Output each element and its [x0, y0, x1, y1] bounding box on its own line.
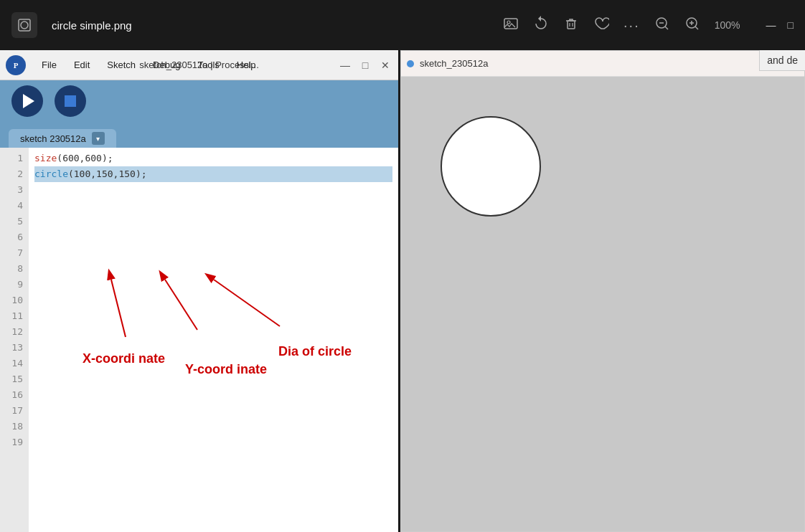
- code-line-4: [34, 198, 392, 214]
- code-line-1: size(600,600);: [34, 151, 392, 166]
- ide-minimize-button[interactable]: —: [338, 58, 352, 72]
- run-button[interactable]: [11, 85, 43, 117]
- preview-window: sketch_230512a — □ ✕: [400, 50, 805, 532]
- tab-dropdown-button[interactable]: ▾: [92, 132, 105, 145]
- svg-point-1: [21, 22, 28, 29]
- ide-menubar: P File Edit Sketch Debug Tools Help sket…: [0, 50, 398, 80]
- code-line-10: [34, 293, 392, 308]
- ide-restore-button[interactable]: □: [358, 58, 372, 72]
- rendered-circle: [441, 116, 541, 217]
- zoom-in-icon[interactable]: [684, 16, 700, 35]
- y-coordinate-label: Y-coord inate: [185, 362, 267, 378]
- code-line-3: [34, 182, 392, 198]
- code-line-6: [34, 229, 392, 245]
- ide-window: P File Edit Sketch Debug Tools Help sket…: [0, 50, 398, 532]
- restore-button[interactable]: □: [788, 19, 794, 31]
- ide-title: sketch_230512a | Processi...: [139, 60, 259, 70]
- sketch-tab[interactable]: sketch 230512a ▾: [9, 129, 116, 148]
- code-line-5: [34, 214, 392, 229]
- photo-icon[interactable]: [503, 16, 519, 35]
- play-icon: [23, 94, 34, 108]
- stop-icon: [65, 95, 76, 107]
- svg-text:P: P: [14, 61, 19, 70]
- rotate-icon[interactable]: [533, 16, 549, 35]
- ide-toolbar: [0, 80, 398, 122]
- preview-canvas: [401, 77, 804, 531]
- dia-circle-label: Dia of circle: [278, 344, 352, 360]
- svg-rect-4: [568, 21, 575, 29]
- toolbar-actions: ··· 100%: [503, 16, 740, 35]
- preview-status-dot: [407, 60, 414, 67]
- code-line-18: [34, 419, 392, 434]
- code-line-17: [34, 403, 392, 419]
- stop-button[interactable]: [55, 85, 86, 117]
- menu-edit[interactable]: Edit: [67, 57, 97, 73]
- code-line-8: [34, 261, 392, 277]
- svg-point-3: [507, 21, 510, 24]
- code-line-12: [34, 324, 392, 340]
- zoom-out-icon[interactable]: [654, 16, 670, 35]
- x-coordinate-label: X-coordi nate: [83, 351, 165, 367]
- processing-logo: P: [6, 55, 26, 75]
- app-icon: [11, 12, 37, 38]
- code-line-2: circle(100,150,150);: [34, 166, 392, 182]
- ide-window-controls: — □ ✕: [338, 58, 392, 72]
- filename-label: circle simple.png: [52, 19, 489, 32]
- code-line-16: [34, 387, 392, 403]
- title-bar: circle simple.png ··· 100% — □: [0, 0, 805, 50]
- line-numbers: 1 2 3 4 5 6 7 8 9 10 11 12 13 14 15 16 1…: [0, 148, 29, 532]
- code-line-11: [34, 308, 392, 324]
- menu-sketch[interactable]: Sketch: [100, 57, 143, 73]
- code-editor[interactable]: 1 2 3 4 5 6 7 8 9 10 11 12 13 14 15 16 1…: [0, 148, 398, 532]
- minimize-button[interactable]: —: [766, 19, 776, 31]
- main-area: P File Edit Sketch Debug Tools Help sket…: [0, 50, 805, 532]
- preview-titlebar: sketch_230512a — □ ✕: [401, 51, 804, 77]
- more-icon[interactable]: ···: [623, 17, 640, 34]
- ide-tabbar: sketch 230512a ▾: [0, 122, 398, 148]
- ide-close-button[interactable]: ✕: [378, 58, 392, 72]
- code-content[interactable]: size(600,600); circle(100,150,150);: [29, 148, 398, 532]
- preview-title: sketch_230512a: [420, 58, 757, 69]
- code-line-19: [34, 434, 392, 450]
- window-controls: — □: [766, 19, 794, 31]
- code-line-9: [34, 277, 392, 293]
- heart-icon[interactable]: [593, 16, 609, 35]
- zoom-level: 100%: [715, 19, 740, 31]
- code-line-7: [34, 245, 392, 261]
- menu-file[interactable]: File: [34, 57, 64, 73]
- tab-label: sketch 230512a: [20, 133, 86, 144]
- and-de-text: and de: [759, 50, 805, 71]
- svg-rect-2: [504, 19, 517, 29]
- delete-icon[interactable]: [563, 16, 579, 35]
